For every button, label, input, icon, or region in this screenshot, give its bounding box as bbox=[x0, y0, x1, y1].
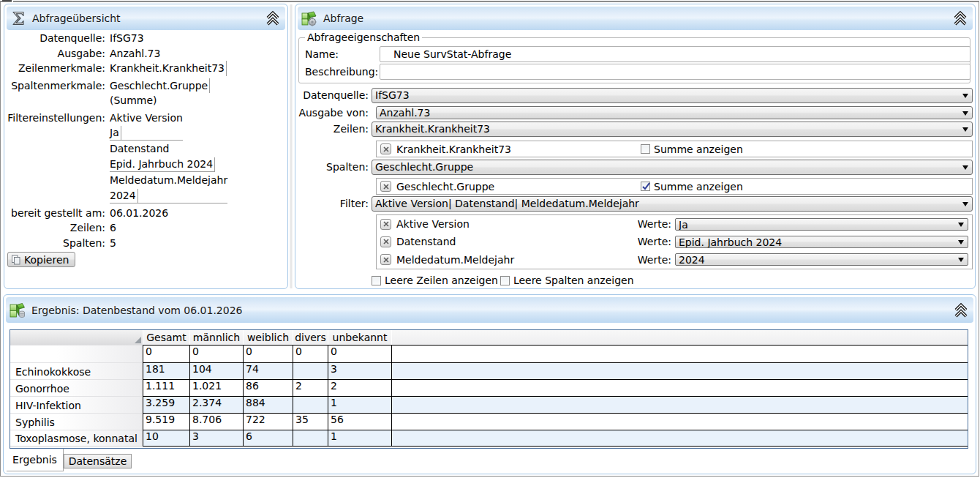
pivot-data-row: Gonorrhoe 1.111 1.021 86 2 2 bbox=[10, 379, 968, 396]
pivot-cell[interactable]: 2.374 bbox=[189, 396, 243, 413]
pivot-row-header[interactable]: Gonorrhoe bbox=[10, 379, 143, 396]
pivot-column-header[interactable]: unbekannt bbox=[328, 330, 391, 345]
description-input[interactable] bbox=[380, 64, 970, 80]
field-value: IfSG73 bbox=[110, 31, 144, 46]
pivot-cell[interactable]: 104 bbox=[189, 362, 243, 379]
query-panel-header[interactable]: Abfrage bbox=[298, 7, 973, 30]
filter-value-select[interactable]: Epid. Jahrbuch 2024 bbox=[675, 236, 968, 248]
pivot-cell[interactable]: 35 bbox=[293, 413, 328, 430]
pivot-cell[interactable]: 3.259 bbox=[143, 396, 189, 413]
result-table-container: Gesamt männlich weiblich divers unbekann… bbox=[10, 329, 968, 449]
pivot-column-header[interactable]: divers bbox=[293, 330, 328, 345]
pivot-column-header-filler bbox=[391, 330, 968, 345]
rows-sum-checkbox[interactable] bbox=[641, 144, 650, 154]
collapse-overview-icon[interactable] bbox=[265, 10, 281, 26]
filters-list: Aktive VersionJa DatenstandEpid. Jahrbuc… bbox=[110, 111, 227, 206]
remove-columns-attribute-button[interactable] bbox=[380, 181, 391, 192]
overview-panel-title: Abfrageübersicht bbox=[32, 12, 121, 24]
empty-cols-label: Leere Spalten anzeigen bbox=[513, 275, 634, 286]
pivot-cell[interactable]: 9.519 bbox=[143, 413, 189, 430]
remove-filter-button[interactable] bbox=[380, 254, 391, 265]
pivot-row-header[interactable]: Toxoplasmose, konnatal bbox=[10, 430, 143, 447]
copy-button[interactable]: Kopieren bbox=[7, 252, 75, 267]
pivot-column-header[interactable]: männlich bbox=[189, 330, 243, 345]
query-panel-title: Abfrage bbox=[323, 12, 363, 24]
vertical-splitter[interactable] bbox=[290, 4, 293, 288]
columns-chip-label: Geschlecht.Gruppe bbox=[396, 179, 494, 194]
filter-select[interactable]: Aktive Version| Datenstand| Meldedatum.M… bbox=[372, 196, 973, 212]
filter-chip-label: Aktive Version bbox=[396, 217, 470, 231]
name-input[interactable] bbox=[380, 46, 970, 62]
filter-value: 2024 bbox=[110, 189, 138, 203]
pivot-row-header[interactable]: HIV-Infektion bbox=[10, 396, 143, 413]
pivot-column-header[interactable]: weiblich bbox=[243, 330, 293, 345]
pivot-cell[interactable]: 0 bbox=[243, 345, 293, 362]
output-select[interactable]: Anzahl.73 bbox=[376, 106, 973, 119]
pivot-cell[interactable]: 2 bbox=[328, 379, 391, 396]
collapse-result-icon[interactable] bbox=[953, 302, 969, 318]
collapse-query-icon[interactable] bbox=[952, 10, 968, 26]
pivot-cell[interactable] bbox=[293, 362, 328, 379]
output-label: Ausgabe von: bbox=[298, 106, 369, 119]
pivot-row-header[interactable]: Syphilis bbox=[10, 413, 143, 430]
columns-sum-checkbox[interactable] bbox=[641, 182, 650, 191]
pivot-cell[interactable]: 0 bbox=[293, 345, 328, 362]
pivot-cell[interactable]: 74 bbox=[243, 362, 293, 379]
pivot-cell[interactable]: 0 bbox=[189, 345, 243, 362]
pivot-cell-filler bbox=[391, 379, 968, 396]
pivot-column-header[interactable]: Gesamt bbox=[143, 330, 189, 345]
pivot-cell[interactable] bbox=[293, 396, 328, 413]
pivot-cell[interactable]: 1 bbox=[328, 396, 391, 413]
pivot-corner-cell[interactable] bbox=[10, 330, 143, 345]
field-label: Datenquelle: bbox=[7, 31, 105, 46]
result-panel: Ergebnis: Datenbestand vom 06.01.2026 Ge… bbox=[3, 294, 976, 474]
tab-ergebnis[interactable]: Ergebnis bbox=[7, 449, 64, 471]
remove-rows-attribute-button[interactable] bbox=[380, 143, 391, 154]
filter-entry: Meldedatum.Meldejahr2024 bbox=[110, 173, 227, 203]
result-icon bbox=[10, 302, 26, 318]
pivot-cell-filler bbox=[391, 430, 968, 447]
field-value2: (Summe) bbox=[110, 93, 157, 108]
filter-chip-row: Meldedatum.Meldejahr Werte: 2024 bbox=[377, 251, 972, 269]
overview-panel-header[interactable]: Abfrageübersicht bbox=[7, 7, 285, 30]
columns-select[interactable]: Geschlecht.Gruppe bbox=[372, 160, 973, 175]
pivot-cell[interactable]: 86 bbox=[243, 379, 293, 396]
pivot-cell[interactable] bbox=[293, 430, 328, 447]
pivot-cell[interactable]: 1 bbox=[328, 430, 391, 447]
remove-filter-button[interactable] bbox=[380, 236, 391, 247]
tab-datensaetze[interactable]: Datensätze bbox=[64, 454, 132, 468]
rows-label: Zeilen: bbox=[298, 122, 369, 137]
pivot-cell[interactable]: 10 bbox=[143, 430, 189, 447]
pivot-cell[interactable]: 0 bbox=[328, 345, 391, 362]
pivot-cell[interactable]: 0 bbox=[143, 345, 189, 362]
pivot-cell[interactable]: 8.706 bbox=[189, 413, 243, 430]
copy-icon bbox=[11, 255, 21, 265]
columns-chip-row: Geschlecht.Gruppe Summe anzeigen bbox=[377, 179, 972, 194]
pivot-cell[interactable]: 1.021 bbox=[189, 379, 243, 396]
filter-value-select[interactable]: Ja bbox=[675, 218, 968, 231]
pivot-cell[interactable]: 6 bbox=[243, 430, 293, 447]
name-label: Name: bbox=[305, 47, 339, 61]
pivot-cell[interactable]: 2 bbox=[293, 379, 328, 396]
datasource-select-wrap: IfSG73 bbox=[372, 88, 973, 103]
filter-value: Epid. Jahrbuch 2024 bbox=[110, 157, 215, 171]
datasource-select[interactable]: IfSG73 bbox=[372, 88, 973, 103]
pivot-cell[interactable]: 3 bbox=[328, 362, 391, 379]
pivot-cell[interactable]: 1.111 bbox=[143, 379, 189, 396]
pivot-cell[interactable]: 56 bbox=[328, 413, 391, 430]
pivot-row-header[interactable]: Echinokokkose bbox=[10, 362, 143, 379]
pivot-row-header[interactable] bbox=[10, 345, 143, 362]
rows-chip-box: Krankheit.Krankheit73 Summe anzeigen bbox=[376, 141, 973, 157]
empty-cols-checkbox[interactable] bbox=[500, 276, 510, 285]
pivot-cell[interactable]: 884 bbox=[243, 396, 293, 413]
empty-rows-checkbox[interactable] bbox=[372, 276, 381, 285]
filters-label: Filtereinstellungen: bbox=[7, 111, 105, 206]
rows-select[interactable]: Krankheit.Krankheit73 bbox=[372, 122, 973, 137]
pivot-cell[interactable]: 3 bbox=[189, 430, 243, 447]
result-panel-header[interactable]: Ergebnis: Datenbestand vom 06.01.2026 bbox=[6, 297, 973, 323]
filter-value-select[interactable]: 2024 bbox=[675, 253, 968, 266]
remove-filter-button[interactable] bbox=[380, 219, 391, 230]
pivot-cell[interactable]: 722 bbox=[243, 413, 293, 430]
pivot-cell[interactable]: 181 bbox=[143, 362, 189, 379]
pivot-data-row: Toxoplasmose, konnatal 10 3 6 1 bbox=[10, 430, 968, 447]
